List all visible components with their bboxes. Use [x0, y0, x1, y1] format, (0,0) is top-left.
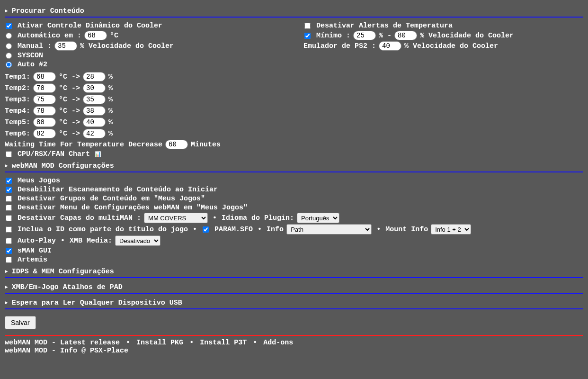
temp-name: Temp6:: [5, 130, 30, 138]
wait-label-pre: Waiting Time For Temperature Decrease: [5, 141, 162, 149]
footer: webMAN MOD - Latest release • Install PK…: [5, 339, 583, 355]
disclosure-triangle-icon: ▶: [5, 269, 8, 274]
artemis-label: Artemis: [18, 256, 47, 264]
fan-mode-syscon-radio[interactable]: [6, 53, 12, 59]
temp-pct-input[interactable]: [83, 83, 106, 93]
save-button[interactable]: Salvar: [5, 316, 36, 329]
xmbmedia-label: XMB Media:: [70, 237, 112, 245]
fan-manual-label-post: % Velocidade do Cooler: [80, 42, 174, 50]
autoplay-label: Auto-Play: [18, 237, 56, 245]
temp-name: Temp3:: [5, 96, 30, 104]
temp-post: %: [108, 96, 113, 104]
autoplay-checkbox[interactable]: [6, 238, 12, 244]
temp-mid: °C ->: [59, 107, 80, 115]
nocovers-checkbox[interactable]: [6, 215, 12, 221]
bullet: •: [376, 226, 381, 234]
disable-temp-warn-checkbox[interactable]: [304, 23, 311, 29]
temp-c-input[interactable]: [33, 129, 56, 138]
temp-pct-input[interactable]: [83, 129, 106, 138]
nosetup-checkbox[interactable]: [6, 205, 12, 211]
temp-pct-input[interactable]: [83, 95, 106, 104]
temp-name: Temp2:: [5, 84, 30, 92]
min-fan-checkbox[interactable]: [304, 33, 311, 39]
fan-mode-manual-radio[interactable]: [6, 43, 12, 49]
temp-pct-input[interactable]: [83, 72, 106, 81]
temp-post: %: [108, 130, 113, 138]
fan-mode-auto-radio[interactable]: [6, 33, 12, 39]
temp-row: Temp6:°C ->%: [5, 128, 583, 139]
wait-label-post: Minutes: [191, 141, 221, 149]
temp-c-input[interactable]: [33, 83, 56, 93]
temp-row: Temp4:°C ->%: [5, 105, 583, 117]
temp-post: %: [108, 107, 113, 115]
wait-minutes-input[interactable]: [165, 140, 188, 149]
temp-name: Temp4:: [5, 107, 30, 115]
disclosure-triangle-icon: ▶: [5, 163, 8, 169]
section-header-usb[interactable]: ▶ Espera para Ler Qualquer Dispositivo U…: [5, 298, 583, 309]
nogroups-checkbox[interactable]: [6, 196, 12, 202]
bullet: •: [189, 339, 194, 347]
temp-pct-input[interactable]: [83, 117, 106, 127]
nocovers-label: Desativar Capas do multiMAN :: [18, 214, 141, 222]
footer-install-p3t-link[interactable]: Install P3T: [200, 339, 247, 347]
bullet: •: [213, 214, 217, 222]
bullet: •: [193, 226, 197, 234]
fan-chart-label: CPU/RSX/FAN Chart: [18, 150, 90, 158]
bullet: •: [61, 237, 65, 245]
noscan-label: Desabilitar Escaneamento de Conteúdo ao …: [18, 186, 218, 194]
info-label: Info: [267, 226, 284, 234]
section-header-xmb[interactable]: ▶ XMB/Em-Jogo Atalhos de PAD: [5, 282, 583, 294]
min-fan-input[interactable]: [353, 31, 376, 40]
temp-c-input[interactable]: [33, 95, 56, 104]
xmbmedia-select[interactable]: Desativado: [115, 235, 160, 246]
section-header-procurar[interactable]: ▶ Procurar Conteúdo: [5, 6, 583, 18]
min-label-mid: % -: [379, 32, 392, 40]
footer-addons-link[interactable]: Add-ons: [263, 339, 293, 347]
temp-name: Temp1:: [5, 73, 30, 81]
artemis-checkbox[interactable]: [6, 257, 12, 263]
noscan-checkbox[interactable]: [6, 187, 12, 193]
max-fan-input[interactable]: [394, 31, 417, 40]
mountinfo-select[interactable]: Info 1 + 2: [431, 224, 471, 235]
section-header-webman[interactable]: ▶ webMAN MOD Configurações: [5, 161, 583, 172]
paramsfo-checkbox[interactable]: [203, 226, 209, 233]
temp-mid: °C ->: [59, 84, 80, 92]
section-header-idps[interactable]: ▶ IDPS & MEM Configurações: [5, 266, 583, 278]
nosetup-label: Desativar Menu de Configurações webMAN e…: [18, 204, 248, 212]
temp-row: Temp3:°C ->%: [5, 94, 583, 105]
section-title: webMAN MOD Configurações: [12, 162, 114, 170]
info-select[interactable]: Path: [286, 224, 372, 235]
include-id-checkbox[interactable]: [6, 226, 12, 233]
temp-c-input[interactable]: [33, 117, 56, 127]
footer-install-pkg-link[interactable]: Install PKG: [136, 339, 183, 347]
include-id-label: Inclua o ID como parte do título do jogo: [18, 226, 188, 234]
fan-auto-temp-input[interactable]: [84, 31, 107, 40]
ps2-label-pre: Emulador de PS2 :: [303, 42, 376, 50]
enable-fan-control-checkbox[interactable]: [6, 23, 12, 29]
footer-psxplace-link[interactable]: webMAN MOD - Info @ PSX-Place: [5, 347, 128, 355]
sman-checkbox[interactable]: [6, 248, 12, 254]
chart-icon[interactable]: 📊: [95, 151, 101, 157]
fan-mode-auto2-radio[interactable]: [6, 62, 12, 68]
fan-manual-speed-input[interactable]: [54, 41, 77, 51]
fan-auto2-label: Auto #2: [18, 61, 47, 69]
fan-chart-checkbox[interactable]: [6, 151, 12, 157]
mygames-checkbox[interactable]: [6, 178, 12, 184]
temp-c-input[interactable]: [33, 72, 56, 81]
temp-mid: °C ->: [59, 118, 80, 126]
min-label-pre: Mínimo :: [316, 32, 350, 40]
mygames-label: Meus Jogos: [18, 177, 60, 185]
disclosure-triangle-icon: ▶: [5, 285, 8, 290]
fan-auto-label-post: °C: [110, 32, 118, 40]
covers-select[interactable]: MM COVERS: [144, 213, 208, 223]
temp-mid: °C ->: [59, 73, 80, 81]
temp-post: %: [108, 84, 113, 92]
footer-latest-release-link[interactable]: webMAN MOD - Latest release: [5, 339, 120, 347]
temp-row: Temp2:°C ->%: [5, 82, 583, 94]
temp-mid: °C ->: [59, 96, 80, 104]
fan-auto-label-pre: Automático em :: [18, 32, 81, 40]
language-select[interactable]: Português: [297, 213, 339, 223]
temp-c-input[interactable]: [33, 106, 56, 116]
ps2-fan-input[interactable]: [379, 41, 401, 51]
temp-pct-input[interactable]: [83, 106, 106, 116]
